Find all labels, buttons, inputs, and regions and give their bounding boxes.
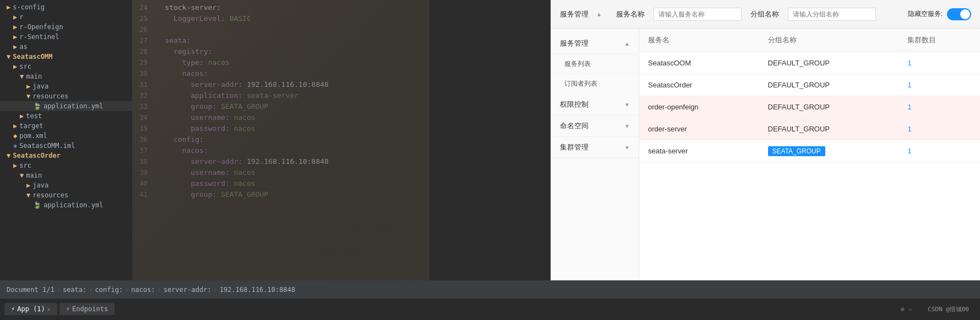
minimize-icon[interactable]: —: [908, 306, 912, 313]
line-content: username: nacos: [152, 112, 255, 123]
chevron-up-icon: ▲: [624, 41, 630, 47]
cluster-count-link[interactable]: 1: [907, 147, 911, 155]
service-name-cell: seata-server: [639, 140, 759, 162]
file-tree-label: application.yml: [43, 201, 103, 209]
code-line: 32 application: seata-server: [132, 90, 429, 101]
bottom-tab-app[interactable]: ⚡ App (1) ✕: [4, 303, 57, 315]
file-tree-item[interactable]: ▶ src: [0, 62, 132, 71]
table-row[interactable]: SeatascOOMDEFAULT_GROUP1: [639, 52, 980, 74]
table-row[interactable]: order-serverDEFAULT_GROUP1: [639, 118, 980, 140]
nav-group-header-permissions[interactable]: 权限控制 ▼: [551, 94, 639, 115]
file-tree-item[interactable]: ◈ SeatascOMM.iml: [0, 141, 132, 151]
nav-group-header-namespace[interactable]: 命名空间 ▼: [551, 115, 639, 137]
breadcrumb-config: config:: [95, 286, 123, 294]
file-tree-item[interactable]: ▼ resources: [0, 190, 132, 200]
line-number: 26: [132, 24, 152, 35]
file-tree-item[interactable]: ▶ target: [0, 121, 132, 131]
file-tree-item[interactable]: ▼ main: [0, 170, 132, 180]
chevron-down-icon: ▼: [624, 145, 630, 151]
cluster-count-link[interactable]: 1: [907, 81, 911, 89]
code-line: 34 username: nacos: [132, 112, 429, 123]
group-name-input[interactable]: [788, 8, 876, 21]
file-tree-item[interactable]: ▶ test: [0, 111, 132, 121]
file-tree-label: test: [26, 112, 42, 120]
close-tab-icon[interactable]: ✕: [47, 306, 51, 312]
breadcrumb-seata: seata:: [63, 286, 86, 294]
hide-empty-toggle-group: 隐藏空服务:: [908, 8, 971, 20]
code-line: 26: [132, 24, 429, 35]
cluster-count-link[interactable]: 1: [907, 125, 911, 133]
file-tree-label: pom.xml: [19, 132, 47, 140]
cluster-count-cell[interactable]: 1: [899, 118, 980, 140]
line-content: server-addr: 192.168.116.10:8848: [152, 79, 329, 90]
file-tree-item[interactable]: ▼ main: [0, 71, 132, 81]
file-tree-item[interactable]: 🍃 application.yml: [0, 101, 132, 111]
file-tree-label: SeatascOrder: [13, 152, 61, 159]
line-content: seata:: [152, 35, 190, 46]
file-tree-item[interactable]: ◆ pom.xml: [0, 131, 132, 141]
file-tree-item[interactable]: ▼ SeatascOrder: [0, 151, 132, 161]
file-tree-item[interactable]: ▶ r-Sentinel: [0, 32, 132, 42]
cluster-count-cell[interactable]: 1: [899, 74, 980, 96]
service-name-label: 服务名称: [616, 9, 645, 19]
endpoints-icon: ⚡: [66, 305, 70, 313]
file-tree-item[interactable]: ▼ resources: [0, 91, 132, 101]
nacos-body: 服务管理 ▲ 服务列表 订阅者列表 权限控制 ▼ 命名空间 ▼: [551, 29, 980, 280]
group-name-cell: DEFAULT_GROUP: [759, 118, 899, 140]
line-content: stock-server:: [152, 2, 221, 13]
table-row[interactable]: SeatascOrderDEFAULT_GROUP1: [639, 74, 980, 96]
code-line: 24 stock-server:: [132, 2, 429, 13]
code-line: 37 nacos:: [132, 145, 429, 156]
table-row[interactable]: order-openfeignDEFAULT_GROUP1: [639, 96, 980, 118]
file-tree-item[interactable]: ▶ r-Openfeign: [0, 22, 132, 32]
cluster-count-cell[interactable]: 1: [899, 96, 980, 118]
cluster-count-link[interactable]: 1: [907, 59, 911, 67]
file-tree-item[interactable]: ▶ java: [0, 180, 132, 190]
file-tree-item[interactable]: ▼ SeatascOMM: [0, 52, 132, 62]
line-number: 29: [132, 57, 152, 68]
nav-group-header-cluster[interactable]: 集群管理 ▼: [551, 137, 639, 158]
bottom-tab-endpoints[interactable]: ⚡ Endpoints: [59, 303, 115, 315]
folder-icon: ▶: [13, 23, 17, 31]
code-line: 29 type: nacos: [132, 57, 429, 68]
cluster-count-cell[interactable]: 1: [899, 140, 980, 162]
file-tree-label: target: [19, 122, 43, 130]
collapse-icon[interactable]: ▲: [597, 11, 601, 17]
hide-empty-label: 隐藏空服务:: [908, 9, 943, 19]
line-content: type: nacos: [152, 57, 230, 68]
file-tree-label: as: [19, 43, 27, 51]
hide-empty-toggle[interactable]: [947, 8, 971, 20]
app-tab-label: App (1): [17, 305, 45, 313]
file-tree-label: r: [19, 13, 23, 21]
file-tree-item[interactable]: ▶ as: [0, 42, 132, 52]
file-tree-item[interactable]: ▶ java: [0, 81, 132, 91]
nav-group-header-service[interactable]: 服务管理 ▲: [551, 33, 639, 54]
line-content: username: nacos: [152, 167, 255, 178]
line-number: 28: [132, 46, 152, 57]
chevron-down-icon: ▼: [624, 123, 630, 129]
file-tree-label: main: [26, 73, 42, 80]
settings-icon[interactable]: ⚙: [901, 306, 905, 313]
cluster-count-link[interactable]: 1: [907, 103, 911, 111]
line-content: password: nacos: [152, 123, 255, 134]
file-tree-item[interactable]: ▶ r: [0, 12, 132, 22]
table-row[interactable]: seata-serverSEATA_GROUP1: [639, 140, 980, 162]
cluster-count-cell[interactable]: 1: [899, 52, 980, 74]
line-number: 33: [132, 101, 152, 112]
code-line: 40 password: nacos: [132, 178, 429, 189]
file-tree-item[interactable]: 🍃 application.yml: [0, 200, 132, 210]
file-tree-item[interactable]: ▶ src: [0, 161, 132, 170]
sidebar-item-service-list[interactable]: 服务列表: [551, 54, 639, 74]
sidebar-item-subscriber-list[interactable]: 订阅者列表: [551, 74, 639, 94]
chevron-down-icon: ▼: [624, 102, 630, 108]
breadcrumb-sep: ›: [57, 286, 61, 294]
xml-icon: ◆: [13, 132, 17, 140]
service-name-input[interactable]: [654, 8, 742, 21]
file-tree-item[interactable]: ▶ s-config: [0, 2, 132, 12]
code-line: 31 server-addr: 192.168.116.10:8848: [132, 79, 429, 90]
line-content: LoggerLevel: BASIC: [152, 13, 251, 24]
col-service-name: 服务名: [639, 29, 759, 52]
nav-group-label-service: 服务管理: [560, 38, 589, 48]
service-management-label: 服务管理: [560, 9, 589, 19]
nav-group-label-namespace: 命名空间: [560, 121, 589, 131]
